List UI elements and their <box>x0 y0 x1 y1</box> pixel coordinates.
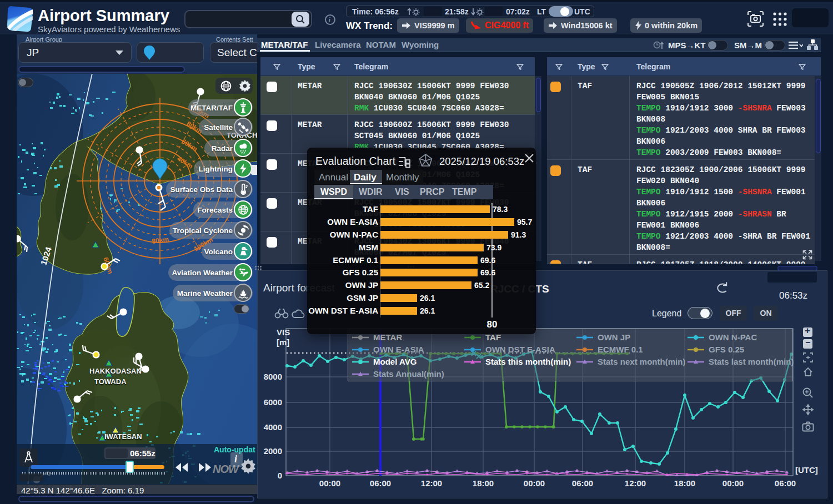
svg-text:26.1: 26.1 <box>420 294 435 303</box>
svg-text:69.6: 69.6 <box>480 256 495 265</box>
svg-text:73.9: 73.9 <box>486 243 501 252</box>
svg-text:TAF: TAF <box>363 204 378 214</box>
svg-text:OWN N-PAC: OWN N-PAC <box>330 230 378 239</box>
svg-text:GFS 0.25: GFS 0.25 <box>343 268 378 277</box>
svg-text:OWN E-ASIA: OWN E-ASIA <box>327 217 378 226</box>
svg-text:65.2: 65.2 <box>474 281 489 290</box>
svg-text:69.6: 69.6 <box>480 268 495 277</box>
svg-text:80: 80 <box>487 319 498 330</box>
svg-text:GSM JP: GSM JP <box>347 293 378 303</box>
svg-text:91.3: 91.3 <box>511 230 526 239</box>
svg-text:OWN JP: OWN JP <box>345 280 378 290</box>
svg-text:26.1: 26.1 <box>420 306 435 315</box>
svg-text:OWN DST E-ASIA: OWN DST E-ASIA <box>308 306 378 315</box>
svg-text:ECMWF 0.1: ECMWF 0.1 <box>333 255 378 265</box>
svg-text:78.3: 78.3 <box>493 205 508 214</box>
svg-text:95.7: 95.7 <box>517 218 532 226</box>
svg-text:MSM: MSM <box>359 243 378 252</box>
